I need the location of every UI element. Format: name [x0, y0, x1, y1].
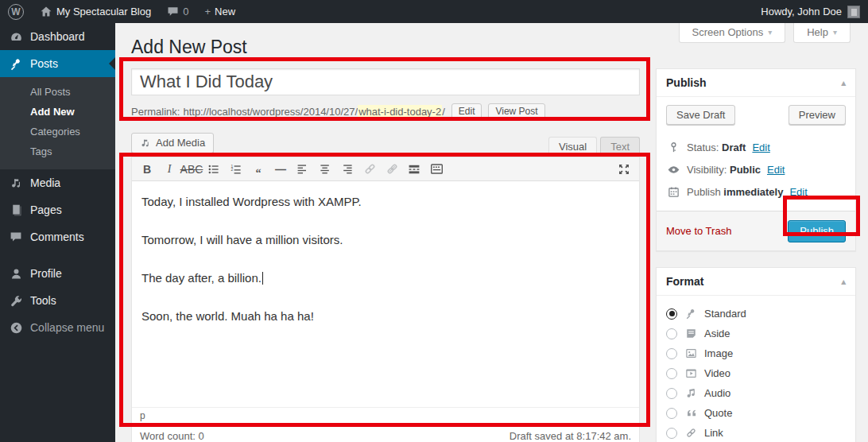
sidebar-item-media[interactable]: Media — [0, 169, 115, 196]
eye-icon — [666, 163, 680, 176]
sidebar-item-label: Dashboard — [30, 30, 85, 43]
distraction-free-button[interactable] — [614, 160, 634, 179]
sidebar-item-label: Media — [30, 176, 60, 189]
publish-panel-header[interactable]: Publish ▴ — [657, 69, 855, 97]
panel-toggle-icon[interactable]: ▴ — [841, 78, 846, 88]
strikethrough-button[interactable]: ABC — [181, 160, 202, 179]
format-option-video[interactable]: Video — [666, 363, 846, 383]
help-label: Help — [807, 26, 828, 38]
sidebar-item-pages[interactable]: Pages — [0, 196, 115, 223]
align-center-icon — [319, 163, 331, 176]
link-chain-icon — [684, 427, 698, 439]
visual-tab[interactable]: Visual — [548, 137, 597, 157]
site-name-link[interactable]: My Spectacular Blog — [32, 0, 159, 23]
format-option-aside[interactable]: Aside — [666, 324, 846, 343]
edit-visibility-link[interactable]: Edit — [767, 164, 785, 176]
save-draft-button[interactable]: Save Draft — [666, 105, 735, 125]
toolbar-toggle-button[interactable] — [426, 160, 447, 179]
bold-button[interactable]: B — [137, 160, 157, 179]
permalink-slug[interactable]: what-i-did-today-2 — [358, 105, 442, 118]
italic-button[interactable]: I — [159, 160, 180, 179]
editor-body[interactable]: Today, I installed Wordpress with XAMPP.… — [132, 181, 639, 407]
avatar[interactable] — [847, 6, 860, 18]
sidebar-item-posts[interactable]: Posts — [0, 50, 115, 77]
format-panel: Format ▴ Standard Aside — [656, 267, 856, 442]
editor-mode-tabs: Visual Text — [545, 137, 640, 157]
format-option-standard[interactable]: Standard — [666, 304, 846, 324]
panel-toggle-icon[interactable]: ▴ — [841, 277, 846, 287]
insert-link-button[interactable] — [359, 160, 380, 179]
status-pin-icon — [666, 142, 680, 153]
format-option-audio[interactable]: Audio — [666, 383, 846, 403]
element-path[interactable]: p — [132, 407, 639, 425]
site-name-label: My Spectacular Blog — [56, 6, 151, 17]
radio-button[interactable] — [666, 348, 677, 359]
wordpress-logo-menu[interactable]: W — [0, 0, 32, 23]
sidebar-item-add-new[interactable]: Add New — [0, 102, 115, 122]
bullet-list-icon — [207, 163, 220, 176]
add-media-button[interactable]: Add Media — [131, 133, 214, 153]
align-left-button[interactable] — [293, 160, 313, 179]
numbered-list-button[interactable]: 12 — [226, 160, 246, 179]
move-to-trash-link[interactable]: Move to Trash — [666, 225, 731, 237]
format-options: Standard Aside Image — [657, 296, 855, 442]
format-panel-title: Format — [666, 275, 703, 288]
radio-button[interactable] — [666, 368, 677, 379]
format-panel-header[interactable]: Format ▴ — [657, 268, 855, 296]
post-title-input[interactable] — [131, 68, 640, 95]
menu-separator — [0, 250, 115, 260]
permalink-row: Permalink: http://localhost/wordpress/20… — [131, 101, 640, 122]
radio-button[interactable] — [666, 408, 677, 419]
admin-menu: Dashboard Posts All Posts Add New Catego… — [0, 23, 115, 442]
sidebar-item-label: Tools — [30, 294, 56, 307]
align-right-button[interactable] — [337, 160, 358, 179]
sidebar-item-label: Pages — [30, 204, 62, 216]
sidebar-item-tools[interactable]: Tools — [0, 287, 115, 314]
screen-meta-links: Screen Options ▾ Help ▾ — [679, 23, 851, 43]
edit-permalink-button[interactable]: Edit — [451, 103, 482, 119]
text-caret — [262, 272, 263, 285]
comments-counter[interactable]: 0 — [159, 0, 196, 23]
remove-link-button[interactable] — [382, 160, 402, 179]
edit-schedule-link[interactable]: Edit — [789, 186, 807, 198]
publish-button[interactable]: Publish — [788, 220, 846, 242]
radio-button[interactable] — [666, 388, 677, 399]
sidebar-item-label: Collapse menu — [30, 321, 104, 334]
sidebar-item-profile[interactable]: Profile — [0, 260, 115, 287]
sidebar-item-dashboard[interactable]: Dashboard — [0, 23, 115, 50]
align-center-button[interactable] — [315, 160, 335, 179]
collapse-menu-button[interactable]: Collapse menu — [0, 314, 115, 341]
radio-button[interactable] — [666, 308, 677, 320]
new-content-menu[interactable]: + New — [196, 0, 243, 23]
sidebar-item-tags[interactable]: Tags — [0, 142, 115, 161]
major-publishing-actions: Move to Trash Publish — [657, 211, 855, 250]
more-tag-button[interactable] — [404, 160, 424, 179]
editor-paragraph: Soon, the world. Muah ha ha ha! — [141, 307, 630, 326]
text-tab[interactable]: Text — [600, 137, 640, 157]
format-option-quote[interactable]: Quote — [666, 403, 846, 423]
sidebar-item-comments[interactable]: Comments — [0, 223, 115, 250]
pages-icon — [9, 204, 23, 217]
format-option-link[interactable]: Link — [666, 423, 846, 442]
radio-button[interactable] — [666, 428, 677, 439]
view-post-button[interactable]: View Post — [488, 103, 544, 119]
current-menu-arrow — [109, 57, 115, 70]
wrench-icon — [9, 294, 23, 308]
dashboard-gauge-icon — [9, 30, 23, 44]
sidebar-item-categories[interactable]: Categories — [0, 122, 115, 142]
sidebar-item-all-posts[interactable]: All Posts — [0, 82, 115, 102]
radio-button[interactable] — [666, 328, 677, 339]
horizontal-rule-button[interactable]: — — [270, 160, 291, 179]
preview-button[interactable]: Preview — [789, 105, 846, 125]
media-buttons-row: Add Media Visual Text — [131, 131, 640, 157]
edit-status-link[interactable]: Edit — [752, 142, 769, 153]
blockquote-button[interactable]: “ — [248, 160, 269, 179]
help-tab[interactable]: Help ▾ — [793, 23, 851, 43]
screen-options-tab[interactable]: Screen Options ▾ — [679, 23, 786, 43]
format-option-image[interactable]: Image — [666, 343, 846, 363]
horizontal-rule-icon: — — [275, 163, 286, 176]
align-left-icon — [296, 163, 309, 176]
comments-bubble-icon — [9, 231, 23, 243]
howdy-account-link[interactable]: Howdy, John Doe — [761, 6, 842, 17]
bullet-list-button[interactable] — [203, 160, 224, 179]
